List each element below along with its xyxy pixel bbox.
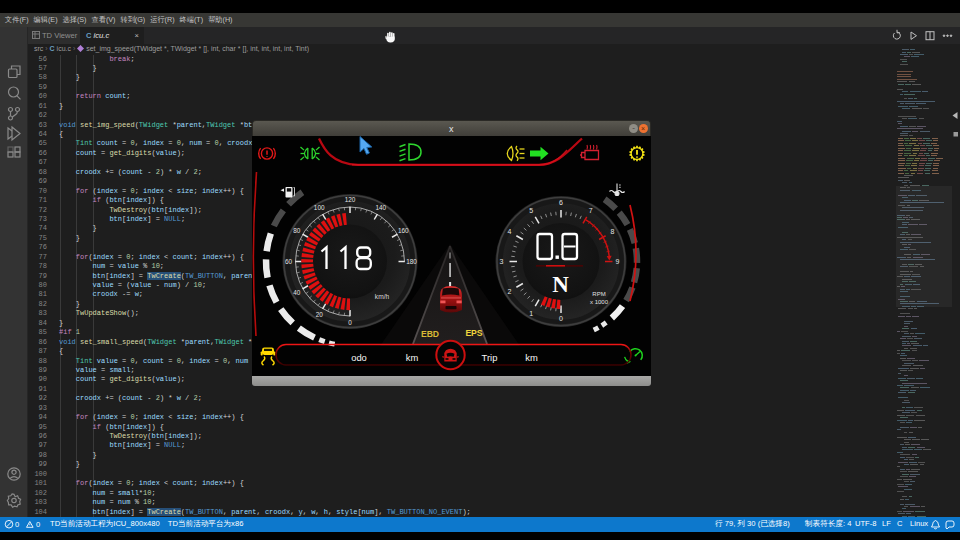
svg-text:0: 0 (348, 319, 352, 326)
svg-text:EPS: EPS (465, 328, 482, 338)
svg-text:N: N (552, 271, 569, 296)
svg-text:20: 20 (316, 311, 324, 318)
svg-text:1: 1 (529, 309, 533, 316)
svg-text:80: 80 (293, 227, 301, 234)
svg-text:100: 100 (314, 204, 325, 211)
svg-text:odo: odo (351, 351, 367, 362)
svg-text:km: km (406, 351, 419, 362)
svg-text:3: 3 (500, 258, 504, 265)
svg-text:5: 5 (529, 206, 533, 213)
svg-text:0: 0 (559, 314, 563, 321)
svg-text:7: 7 (589, 206, 593, 213)
svg-text:Trip: Trip (482, 351, 498, 362)
svg-text:x 1000: x 1000 (590, 298, 609, 304)
svg-text:4: 4 (508, 228, 512, 235)
svg-text:60: 60 (285, 257, 293, 264)
svg-text:180: 180 (406, 257, 417, 264)
svg-text:9: 9 (616, 258, 620, 265)
svg-text:RPM: RPM (592, 290, 605, 296)
svg-text:40: 40 (293, 288, 301, 295)
svg-text:2: 2 (508, 287, 512, 294)
svg-text:EBD: EBD (421, 328, 439, 338)
svg-text:0: 0 (15, 520, 19, 529)
svg-text:km: km (525, 351, 538, 362)
svg-text:160: 160 (398, 227, 409, 234)
svg-text:0: 0 (36, 520, 40, 529)
svg-text:8: 8 (611, 228, 615, 235)
svg-text:6: 6 (559, 198, 563, 205)
svg-text:140: 140 (375, 204, 386, 211)
svg-text:km/h: km/h (375, 293, 390, 300)
svg-text:120: 120 (345, 196, 356, 203)
